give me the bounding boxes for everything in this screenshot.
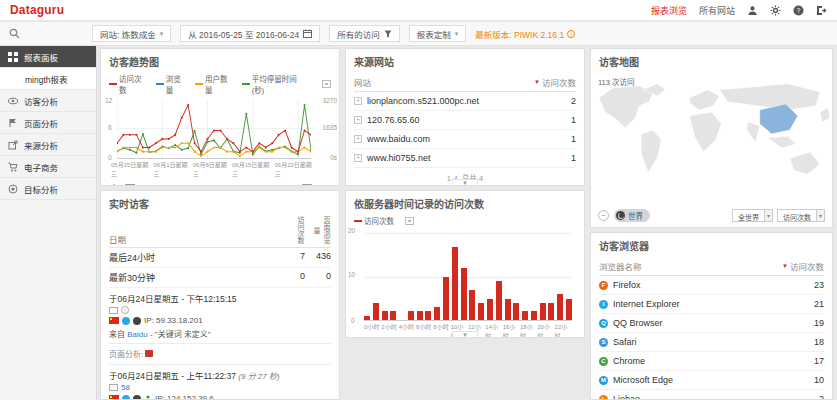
image-icon[interactable]: [125, 184, 135, 186]
referrer-row[interactable]: +www.hi0755.net1: [354, 149, 576, 168]
app-logo[interactable]: Dataguru: [10, 3, 64, 17]
data-point[interactable]: [174, 134, 176, 136]
column-visits[interactable]: 访问次数: [542, 76, 576, 88]
bar-16小时[interactable]: [505, 299, 511, 321]
expand-plus-icon[interactable]: +: [354, 154, 362, 162]
data-point[interactable]: [284, 146, 286, 148]
data-point[interactable]: [194, 151, 196, 153]
referrer-row[interactable]: +www.baidu.com1: [354, 130, 576, 149]
logout-icon[interactable]: [816, 5, 827, 16]
sidebar-item-访客分析[interactable]: 访客分析: [0, 90, 96, 112]
sort-desc-icon[interactable]: ▼: [782, 263, 788, 269]
data-point[interactable]: [200, 151, 202, 153]
data-point[interactable]: [258, 146, 260, 148]
data-point[interactable]: [252, 151, 254, 153]
data-point[interactable]: [148, 151, 150, 153]
data-point[interactable]: [135, 146, 137, 148]
bar-23小时[interactable]: [566, 299, 572, 321]
data-point[interactable]: [122, 146, 124, 148]
segment-selector[interactable]: 所有的访问: [329, 25, 400, 42]
trend-chart[interactable]: [117, 99, 311, 159]
data-point[interactable]: [297, 151, 299, 153]
data-point[interactable]: [304, 129, 306, 131]
expand-arrow[interactable]: ▾: [452, 179, 478, 186]
data-point[interactable]: [258, 142, 260, 144]
nav-report-dashboard[interactable]: 报表浏览: [651, 4, 687, 17]
expand-plus-icon[interactable]: +: [354, 135, 362, 143]
data-point[interactable]: [181, 117, 183, 119]
site-selector[interactable]: 网站: 炼数成金 ▾: [92, 25, 171, 42]
data-point[interactable]: [232, 142, 234, 144]
bar-14小时[interactable]: [487, 299, 493, 321]
data-point[interactable]: [219, 146, 221, 148]
data-point[interactable]: [239, 155, 241, 157]
data-point[interactable]: [297, 153, 299, 155]
bar-5小时[interactable]: [408, 311, 414, 320]
data-point[interactable]: [226, 138, 228, 140]
expand-plus-icon[interactable]: +: [354, 116, 362, 124]
data-point[interactable]: [161, 146, 163, 148]
column-visits[interactable]: 访问次数: [790, 260, 824, 272]
sidebar-item-目标分析[interactable]: 目标分析: [0, 178, 96, 200]
browser-row-Safari[interactable]: SSafari18: [599, 333, 824, 352]
sidebar-item-电子商务[interactable]: 电子商务: [0, 156, 96, 178]
data-point[interactable]: [187, 147, 189, 149]
help-icon[interactable]: ?: [793, 5, 804, 16]
browser-row-Firefox[interactable]: FFirefox23: [599, 276, 824, 295]
data-point[interactable]: [168, 146, 170, 148]
data-point[interactable]: [310, 149, 311, 151]
data-point[interactable]: [194, 142, 196, 144]
data-point[interactable]: [213, 146, 215, 148]
legend-item[interactable]: 浏览量: [156, 73, 188, 95]
data-point[interactable]: [265, 151, 267, 153]
sort-desc-icon[interactable]: ▼: [534, 79, 540, 85]
metric-select[interactable]: 访问次数 ▾: [777, 209, 825, 222]
data-point[interactable]: [155, 142, 157, 144]
world-map[interactable]: 113 次访问: [591, 73, 832, 203]
data-point[interactable]: [271, 142, 273, 144]
export-icon[interactable]: [405, 217, 414, 225]
data-point[interactable]: [187, 104, 189, 106]
world-view-button[interactable]: 世界: [614, 209, 650, 222]
bar-21小时[interactable]: [548, 303, 554, 320]
data-point[interactable]: [181, 149, 183, 151]
report-menu[interactable]: 报表定制 ▾: [409, 25, 467, 42]
data-point[interactable]: [194, 130, 196, 132]
export-icon[interactable]: [322, 80, 331, 88]
legend-item[interactable]: 访问次数: [109, 73, 149, 95]
legend-item[interactable]: 平均停留时间 (秒): [242, 73, 311, 95]
bar-1小时[interactable]: [373, 303, 379, 320]
zoom-out-icon[interactable]: −: [598, 210, 609, 221]
data-point[interactable]: [304, 146, 306, 148]
data-point[interactable]: [232, 151, 234, 153]
bar-0小时[interactable]: [364, 316, 370, 320]
bar-17小时[interactable]: [513, 303, 519, 320]
user-icon[interactable]: [747, 5, 758, 16]
sidebar-item-页面分析[interactable]: 页面分析: [0, 112, 96, 134]
data-point[interactable]: [291, 151, 293, 153]
sidebar-item-报表面板[interactable]: 报表面板: [0, 46, 96, 68]
legend-item[interactable]: 用户数量: [195, 73, 235, 95]
export-icon[interactable]: [109, 184, 119, 186]
bar-10小时[interactable]: [452, 247, 458, 320]
bar-11小时[interactable]: [461, 268, 467, 320]
data-point[interactable]: [291, 146, 293, 148]
referrer-row[interactable]: +lionplancom.s521.000pc.net2: [354, 92, 576, 111]
nav-all-websites[interactable]: 所有网站: [699, 4, 735, 17]
data-point[interactable]: [142, 133, 144, 135]
browser-row-Liebao[interactable]: LLiebao2: [599, 390, 824, 400]
expand-plus-icon[interactable]: +: [354, 97, 362, 105]
bar-19小时[interactable]: [531, 311, 537, 320]
column-website[interactable]: 网站: [354, 76, 534, 88]
data-point[interactable]: [219, 129, 221, 131]
data-point[interactable]: [174, 144, 176, 146]
region-select[interactable]: 全世界 ▾: [732, 209, 773, 222]
data-point[interactable]: [265, 146, 267, 148]
annotations-toggle[interactable]: 备注: [302, 183, 331, 186]
page-icon[interactable]: [145, 350, 153, 357]
data-point[interactable]: [135, 152, 137, 154]
bar-7小时[interactable]: [425, 311, 431, 320]
data-point[interactable]: [239, 151, 241, 153]
data-point[interactable]: [207, 151, 209, 153]
referrer-row[interactable]: +120.76.65.601: [354, 111, 576, 130]
